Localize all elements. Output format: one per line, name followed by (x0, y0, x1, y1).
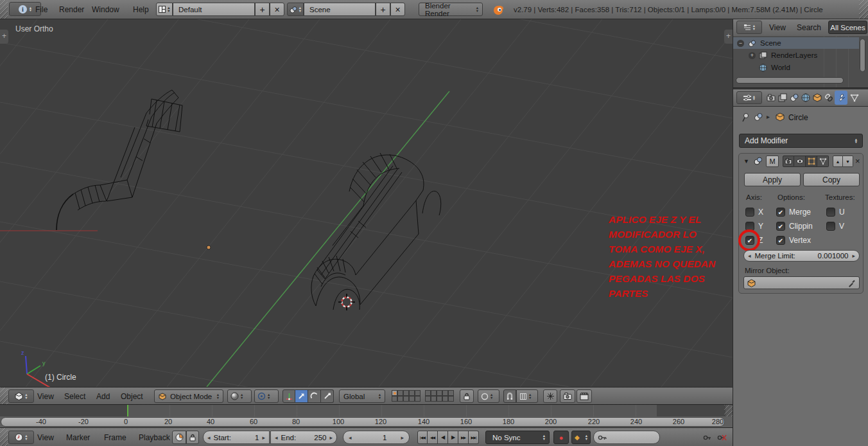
view3d-editor-selector[interactable]: ▴▾ (8, 389, 34, 403)
layout-delete-button[interactable]: × (270, 3, 284, 16)
layer-cell[interactable] (442, 396, 448, 402)
layer-cell[interactable] (425, 396, 431, 402)
scene-name-field[interactable]: Scene (304, 3, 376, 16)
sync-mode-dropdown[interactable]: No Sync ▴▾ (485, 431, 550, 444)
manipulator-axes-toggle[interactable] (282, 389, 295, 403)
tab-world-icon[interactable] (801, 93, 810, 102)
outliner-row-world[interactable]: World (733, 62, 859, 73)
layer-cell[interactable] (431, 396, 437, 402)
use-preview-range-toggle[interactable] (172, 431, 186, 444)
layer-cell[interactable] (392, 396, 397, 402)
tab-data-icon[interactable] (850, 93, 859, 102)
viewport-shading-dropdown[interactable]: ▴▾ (227, 389, 252, 403)
pin-icon[interactable] (741, 112, 750, 122)
render-engine-dropdown[interactable]: Blender Render ▴▾ (419, 3, 483, 16)
outliner-row-renderlayers[interactable]: + RenderLayers (733, 49, 859, 61)
layer-cell[interactable] (409, 390, 415, 396)
layer-cell[interactable] (431, 390, 437, 396)
play-reverse-button[interactable]: ◀ (438, 431, 448, 444)
tab-render-icon[interactable] (767, 93, 776, 102)
lock-time-cursor-toggle[interactable] (186, 431, 199, 444)
view3d-menu-view[interactable]: View (37, 392, 54, 401)
outliner-editor-selector[interactable]: ▴▾ (736, 21, 762, 34)
delete-modifier-button[interactable]: × (855, 156, 860, 166)
menu-render[interactable]: Render (59, 5, 84, 14)
layer-cell[interactable] (448, 396, 454, 402)
delete-keyframes-button[interactable] (715, 432, 728, 443)
layer-cell[interactable] (409, 396, 415, 402)
jump-to-end-button[interactable]: ▶▶| (469, 431, 479, 444)
texture-u-checkbox[interactable] (826, 208, 835, 217)
timeline-menu-marker[interactable]: Marker (66, 433, 90, 442)
slider-left-arrow-icon[interactable]: ◂ (207, 434, 211, 441)
view3d-menu-add[interactable]: Add (96, 392, 110, 401)
opengl-render-image-button[interactable] (560, 389, 575, 403)
slider-left-arrow-icon[interactable]: ◂ (748, 253, 751, 259)
outliner-row-scene[interactable]: − Scene (733, 37, 859, 49)
tab-constraints-icon[interactable] (824, 93, 833, 102)
move-modifier-down-button[interactable]: ▼ (843, 156, 853, 167)
previous-keyframe-button[interactable]: ◀◀ (428, 431, 438, 444)
merge-limit-slider[interactable]: ◂ Merge Limit: 0.001000 ▸ (743, 250, 860, 262)
outliner-vertical-scrollbar[interactable] (860, 39, 865, 72)
clipping-checkbox[interactable]: ✔ (776, 222, 785, 231)
tab-object-icon[interactable] (813, 93, 822, 102)
next-keyframe-button[interactable]: ▶▶ (458, 431, 469, 444)
lock-to-scene-toggle[interactable] (460, 389, 474, 403)
mode-dropdown[interactable]: Object Mode ▴▾ (154, 389, 223, 403)
expand-icon[interactable]: + (749, 52, 756, 59)
panel-expand-icon[interactable]: ▼ (743, 158, 749, 165)
snap-element-dropdown[interactable]: ▴▾ (516, 389, 538, 403)
layer-cell[interactable] (403, 396, 409, 402)
insert-keyframes-button[interactable] (701, 432, 714, 443)
merge-checkbox[interactable]: ✔ (776, 208, 785, 217)
slider-left-arrow-icon[interactable]: ◂ (275, 434, 278, 441)
layer-cell[interactable] (397, 390, 403, 396)
menu-help[interactable]: Help (133, 5, 149, 14)
layer-cell[interactable] (425, 390, 431, 396)
layout-add-button[interactable]: + (255, 3, 270, 16)
current-frame-field[interactable]: ◂ 1 ▸ (343, 431, 410, 444)
layer-cell[interactable] (437, 390, 442, 396)
viewport-visibility-toggle[interactable] (794, 156, 806, 167)
eyedropper-icon[interactable] (847, 279, 856, 287)
region-corner-grip[interactable] (724, 405, 733, 416)
view3d-menu-select[interactable]: Select (64, 392, 85, 401)
collapse-icon[interactable]: − (737, 40, 744, 47)
layer-cell[interactable] (448, 390, 454, 396)
render-visibility-toggle[interactable] (783, 156, 794, 167)
layer-cell[interactable] (415, 390, 421, 396)
properties-editor-selector[interactable]: ▴▾ (736, 91, 762, 104)
rotate-manipulator-toggle[interactable] (308, 389, 321, 403)
outliner-menu-view[interactable]: View (769, 23, 786, 32)
timeline-ruler[interactable]: -40 -20 0 20 40 60 80 100 120 140 160 18… (0, 416, 733, 427)
region-corner-grip[interactable] (0, 0, 8, 19)
active-keying-set-field[interactable] (593, 431, 660, 444)
play-button[interactable]: ▶ (448, 431, 458, 444)
playhead[interactable] (127, 405, 128, 416)
mirror-object-field[interactable] (743, 276, 860, 289)
outliner-filter-dropdown[interactable]: All Scenes (828, 21, 867, 34)
copy-button[interactable]: Copy (803, 173, 860, 186)
viewport-canvas[interactable]: z y x (0, 19, 733, 387)
add-modifier-dropdown[interactable]: Add Modifier ▴▾ (739, 134, 863, 148)
slider-right-arrow-icon[interactable]: ▸ (852, 253, 855, 259)
scene-selector-icon-button[interactable]: ▴▾ (287, 3, 304, 16)
region-expand-handle-right[interactable]: + (724, 30, 733, 44)
translate-manipulator-toggle[interactable] (295, 389, 308, 403)
timeline-canvas[interactable] (0, 405, 733, 416)
tab-render-layers-icon[interactable] (778, 93, 787, 102)
view3d-menu-object[interactable]: Object (121, 392, 143, 401)
region-expand-handle-left[interactable]: + (0, 30, 8, 44)
edit-mode-toggle[interactable] (806, 156, 817, 167)
region-corner-grip[interactable] (0, 388, 8, 404)
region-corner-grip[interactable] (0, 428, 8, 446)
slider-left-arrow-icon[interactable]: ◂ (349, 434, 352, 441)
axis-x-checkbox[interactable] (745, 208, 754, 217)
vertex-checkbox[interactable]: ✔ (776, 236, 785, 245)
texture-v-checkbox[interactable] (826, 222, 835, 231)
opengl-render-animation-button[interactable] (577, 389, 592, 403)
show-on-cage-toggle[interactable] (817, 156, 829, 167)
menu-file[interactable]: File (35, 5, 48, 14)
layers-group-1[interactable] (392, 390, 421, 402)
